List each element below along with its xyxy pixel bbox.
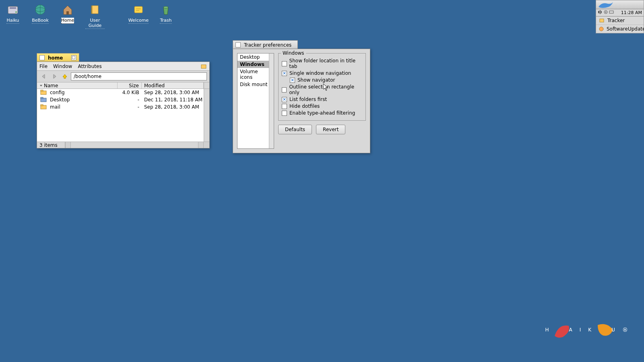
checkbox[interactable] [282,104,287,109]
prefs-category-list[interactable]: Desktop Windows Volume icons Disk mount [237,53,274,149]
scroll-right-button[interactable] [198,142,204,148]
tray-volume-icon[interactable] [598,10,603,16]
svg-rect-22 [41,105,43,106]
defaults-button[interactable]: Defaults [278,125,312,134]
deskbar-item-tracker[interactable]: Tracker [596,16,644,25]
prefs-window-tab[interactable]: Tracker preferences [233,40,298,49]
file-name: config [50,90,118,95]
tracker-home-tab[interactable]: home [37,53,79,62]
checkbox[interactable] [290,78,295,83]
checkbox[interactable] [282,111,287,116]
file-modified: Sep 28, 2018, 3:00 AM [142,104,209,110]
checkbox[interactable] [282,87,287,93]
deskbar-item-label: Tracker [607,18,625,23]
desktop-icon-userguide[interactable]: User Guide [85,3,105,29]
scroll-left-button[interactable] [65,142,71,148]
home-icon [61,3,74,16]
deskbar-item-label: SoftwareUpdater [607,26,644,32]
haiku-logo: H A I K U ® [545,318,628,342]
svg-rect-14 [600,19,604,22]
file-size: 4.0 KiB [118,90,142,95]
file-list[interactable]: config 4.0 KiB Sep 28, 2018, 3:00 AM Des… [37,89,209,142]
horizontal-scrollbar[interactable] [65,142,204,148]
path-input[interactable] [71,72,207,80]
checkbox-row[interactable]: Hide dotfiles [282,103,362,109]
deskbar-item-softwareupdater[interactable]: SoftwareUpdater [596,25,644,33]
desktop-icon-bebook[interactable]: BeBook [31,3,50,29]
file-modified: Dec 11, 2018, 11:18 AM [142,97,209,103]
icon-label: Welcome [128,18,149,24]
checkbox[interactable] [282,97,287,102]
file-modified: Sep 28, 2018, 3:00 AM [142,90,209,95]
desktop-icon-trash[interactable]: Trash [156,3,175,29]
resize-handle[interactable] [204,142,209,148]
menu-attributes[interactable]: Attributes [78,64,101,69]
svg-rect-1 [10,7,16,9]
updater-app-icon [599,26,604,32]
deskbar: 11:28 AM Tracker SoftwareUpdater [596,0,644,33]
svg-rect-6 [134,6,142,13]
folder-icon [37,90,50,95]
deskbar-clock[interactable]: 11:28 AM [621,10,642,15]
checkbox[interactable] [282,71,287,76]
scroll-up-button[interactable] [204,82,209,88]
trash-icon [159,3,172,16]
checkbox-label: List folders first [289,97,327,102]
prefs-category-windows[interactable]: Windows [237,61,274,68]
desktop-icon-home[interactable]: Home [58,3,77,29]
folder-icon [37,104,50,110]
book-icon [89,3,101,16]
file-row[interactable]: mail - Sep 28, 2018, 3:00 AM [37,103,209,111]
column-modified[interactable]: Modified [142,82,204,88]
checkbox-row[interactable]: Show navigator [290,77,362,83]
prefs-category-diskmount[interactable]: Disk mount [237,81,274,88]
desktop-icons: Haiku BeBook Home User Guide Welcome Tra… [3,3,175,29]
checkbox-row[interactable]: Show folder location in title tab [282,58,362,69]
zoom-button[interactable] [71,55,76,60]
checkbox-label: Show navigator [297,77,335,83]
checkbox-row[interactable]: Enable type-ahead filtering [282,110,362,116]
icon-label: Haiku [6,18,19,24]
menubar: File Window Attributes [37,62,209,71]
checkbox-row[interactable]: Single window navigation [282,70,362,76]
haiku-leaf-icon [598,1,614,8]
close-button[interactable] [235,42,241,47]
desktop-icon-welcome[interactable]: Welcome [129,3,148,29]
menu-file[interactable]: File [39,64,47,69]
tracker-home-window: File Window Attributes Name Size Modifie… [37,62,210,148]
tray-network-icon[interactable] [603,10,608,16]
folder-icon [37,97,50,103]
column-name[interactable]: Name [37,82,118,88]
icon-label: Trash [160,18,171,24]
checkbox-label: Enable type-ahead filtering [289,110,355,116]
file-size: - [118,104,142,110]
desktop-icon-haiku[interactable]: Haiku [3,3,23,29]
checkbox-row[interactable]: Outline selection rectangle only [282,84,362,95]
revert-button[interactable]: Revert [316,125,345,134]
deskbar-menu-button[interactable] [596,0,644,9]
prefs-category-volumeicons[interactable]: Volume icons [237,68,274,81]
tracker-app-icon [599,17,605,24]
list-scrollbar[interactable] [269,53,274,148]
disk-icon [6,3,19,16]
navigator-bar [37,71,209,82]
svg-point-12 [605,12,607,13]
prefs-category-desktop[interactable]: Desktop [237,53,274,61]
file-row[interactable]: config 4.0 KiB Sep 28, 2018, 3:00 AM [37,89,209,96]
column-size[interactable]: Size [118,82,142,88]
prefs-window: Desktop Windows Volume icons Disk mount … [233,49,370,153]
menu-window[interactable]: Window [53,64,72,69]
nav-back-button[interactable] [39,72,48,80]
nav-forward-button[interactable] [50,72,59,80]
welcome-icon [132,3,145,16]
svg-rect-18 [41,90,43,91]
checkbox-row[interactable]: List folders first [282,97,362,102]
svg-rect-13 [609,11,613,13]
favorites-icon[interactable] [200,63,207,70]
file-row[interactable]: Desktop - Dec 11, 2018, 11:18 AM [37,96,209,103]
vertical-scrollbar[interactable] [204,89,209,142]
close-button[interactable] [39,55,45,60]
checkbox[interactable] [282,61,287,66]
nav-up-button[interactable] [60,72,69,80]
tray-keyboard-icon[interactable] [609,10,614,16]
